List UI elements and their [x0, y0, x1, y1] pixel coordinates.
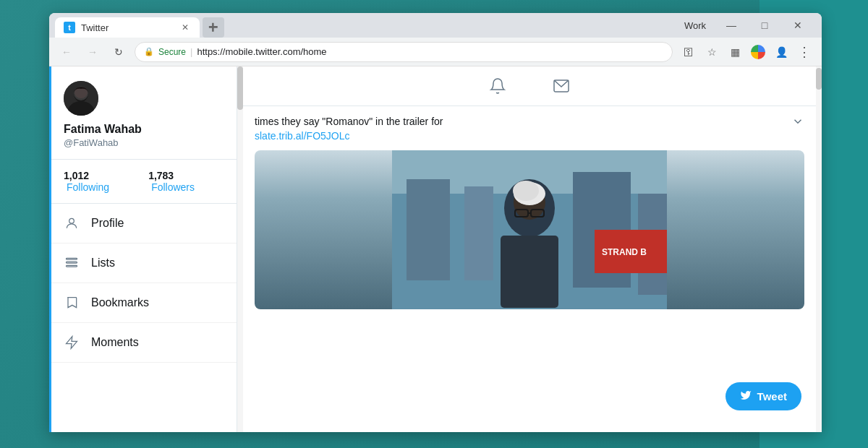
multicolor-icon[interactable] [748, 42, 768, 62]
menu-item-bookmarks[interactable]: Bookmarks [49, 283, 237, 323]
svg-rect-7 [67, 258, 77, 259]
lists-icon [64, 255, 80, 271]
following-count: 1,012 [64, 170, 89, 181]
sidebar-panel: Fatima Wahab @FatiWahab 1,012 Following … [49, 66, 237, 432]
window-title-area: Work — □ ✕ [676, 13, 822, 38]
lists-label: Lists [91, 257, 115, 270]
profile-header: Fatima Wahab @FatiWahab [49, 66, 237, 160]
moments-label: Moments [91, 336, 139, 349]
address-bar: ← → ↻ 🔒 Secure | https://mobile.twitter.… [49, 38, 822, 66]
svg-rect-9 [67, 265, 77, 267]
browser-content: Fatima Wahab @FatiWahab 1,012 Following … [49, 66, 822, 432]
refresh-button[interactable]: ↻ [109, 42, 129, 62]
tweet-text: times they say "Romanov" in the trailer … [255, 115, 804, 143]
svg-text:STRAND B: STRAND B [602, 247, 647, 257]
profile-name: Fatima Wahab [64, 123, 222, 136]
tweet-image: STRAND B [255, 150, 804, 309]
key-icon[interactable]: ⚿ [678, 42, 699, 62]
tweet-area: times they say "Romanov" in the trailer … [243, 106, 816, 318]
followers-stat[interactable]: 1,783 Followers [148, 170, 222, 193]
back-button[interactable]: ← [56, 42, 77, 62]
avatar [64, 81, 98, 116]
new-tab-button[interactable] [203, 17, 224, 38]
tab-title: Twitter [81, 22, 109, 33]
main-content: times they say "Romanov" in the trailer … [243, 66, 816, 432]
close-button[interactable]: ✕ [781, 13, 814, 38]
toolbar-icons: ⚿ ☆ ▦ 👤 ⋮ [678, 42, 814, 62]
secure-label: Secure [158, 47, 186, 57]
tab-close-button[interactable]: ✕ [179, 22, 191, 33]
svg-rect-14 [407, 179, 450, 280]
browser-tab[interactable]: t Twitter ✕ [55, 17, 200, 38]
person-icon[interactable]: 👤 [771, 42, 791, 62]
tweet-link[interactable]: slate.trib.al/FO5JOLc [255, 130, 350, 142]
tweet-expand-icon[interactable] [791, 115, 804, 131]
window-label: Work [676, 20, 715, 31]
profile-icon [64, 215, 80, 231]
main-scrollbar-thumb [816, 68, 822, 90]
sidebar-scrollbar-thumb [237, 66, 243, 110]
messages-mail-icon[interactable] [551, 76, 571, 96]
following-stat[interactable]: 1,012 Following [64, 170, 137, 193]
tweet-compose-button[interactable]: Tweet [726, 382, 801, 410]
svg-point-6 [69, 218, 75, 223]
tab-favicon: t [64, 22, 75, 33]
svg-rect-8 [67, 262, 77, 263]
profile-label: Profile [91, 217, 124, 230]
profile-handle: @FatiWahab [64, 137, 222, 148]
svg-rect-25 [501, 236, 558, 308]
notifications-bell-icon[interactable] [488, 76, 508, 96]
lock-icon: 🔒 [144, 47, 154, 56]
maximize-button[interactable]: □ [748, 13, 781, 38]
followers-label: Followers [151, 181, 195, 193]
top-icons-row [243, 66, 816, 106]
main-scrollbar[interactable] [816, 66, 822, 432]
minimize-button[interactable]: — [715, 13, 748, 38]
svg-rect-15 [464, 186, 493, 280]
bookmarks-icon [64, 295, 80, 311]
menu-item-moments[interactable]: Moments [49, 323, 237, 363]
tweet-image-svg: STRAND B [255, 150, 804, 309]
svg-marker-0 [209, 23, 218, 32]
sidebar-scrollbar[interactable] [237, 66, 243, 432]
url-divider: | [190, 46, 192, 57]
followers-count: 1,783 [148, 170, 174, 181]
avatar-image [64, 81, 98, 116]
tweet-button-label: Tweet [757, 390, 787, 402]
tweet-btn-icon [740, 389, 752, 403]
menu-item-profile[interactable]: Profile [49, 204, 237, 244]
svg-point-27 [513, 181, 539, 201]
svg-marker-10 [67, 337, 77, 349]
more-options-icon[interactable]: ⋮ [794, 42, 814, 62]
calculator-icon[interactable]: ▦ [725, 42, 745, 62]
forward-button[interactable]: → [82, 42, 103, 62]
tab-bar: t Twitter ✕ [49, 13, 230, 38]
chrome-window: t Twitter ✕ Work — □ ✕ ← → ↻ [49, 13, 822, 432]
profile-stats: 1,012 Following 1,783 Followers [49, 160, 237, 204]
title-bar: t Twitter ✕ Work — □ ✕ [49, 13, 822, 38]
url-text: https://mobile.twitter.com/home [197, 46, 326, 57]
moments-icon [64, 335, 80, 350]
bookmarks-label: Bookmarks [91, 296, 149, 309]
url-bar[interactable]: 🔒 Secure | https://mobile.twitter.com/ho… [135, 42, 673, 62]
chrome-logo [751, 45, 765, 59]
menu-item-lists[interactable]: Lists [49, 244, 237, 283]
following-label: Following [67, 181, 109, 193]
star-icon[interactable]: ☆ [702, 42, 722, 62]
sidebar-accent [49, 66, 51, 432]
